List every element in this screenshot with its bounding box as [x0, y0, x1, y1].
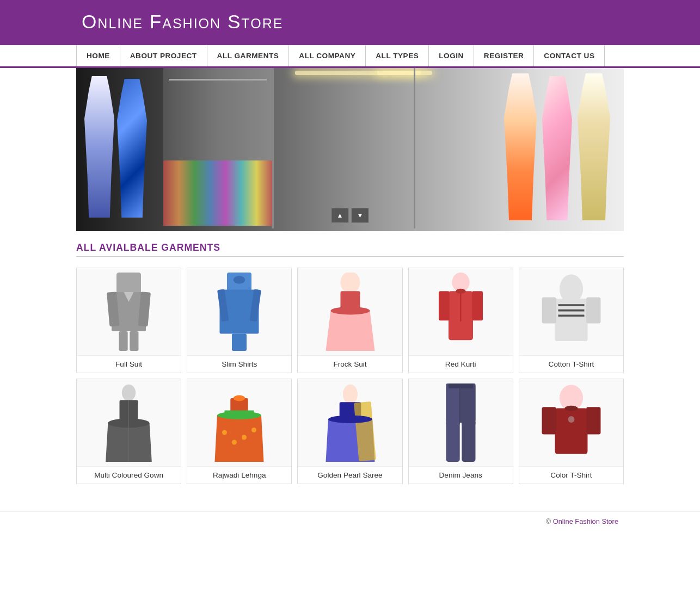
nav-item-login[interactable]: LOGIN: [429, 45, 474, 66]
product-name-denim-jeans: Denim Jeans: [409, 466, 513, 484]
svg-point-43: [251, 428, 256, 432]
svg-point-60: [564, 406, 578, 411]
svg-point-22: [456, 289, 465, 294]
site-header: Online Fashion Store: [0, 0, 700, 44]
svg-rect-54: [449, 383, 473, 388]
nav-item-garments[interactable]: ALL GARMENTS: [207, 45, 290, 66]
product-card-slim-shirts[interactable]: Slim Shirts: [187, 268, 292, 373]
product-image-color-tshirt: [519, 379, 623, 466]
product-card-frock-suit[interactable]: Frock Suit: [297, 268, 402, 373]
product-card-full-suit[interactable]: Full Suit: [76, 268, 181, 373]
svg-rect-25: [542, 298, 556, 324]
footer-link[interactable]: Online Fashion Store: [553, 517, 618, 525]
product-name-red-kurti: Red Kurti: [409, 355, 513, 373]
svg-rect-20: [472, 291, 483, 320]
svg-point-42: [242, 435, 247, 440]
svg-rect-58: [542, 407, 556, 434]
nav-item-register[interactable]: REGISTER: [474, 45, 535, 66]
svg-rect-51: [462, 383, 475, 425]
product-image-frock-suit: [298, 268, 402, 355]
site-footer: © Online Fashion Store: [0, 511, 700, 531]
nav-item-about[interactable]: ABOUT PROJECT: [120, 45, 207, 66]
svg-point-13: [340, 273, 360, 293]
site-title: Online Fashion Store: [82, 11, 700, 33]
product-card-denim-jeans[interactable]: Denim Jeans: [408, 379, 513, 484]
svg-rect-57: [555, 409, 587, 454]
product-card-multi-gown[interactable]: Multi Coloured Gown: [76, 379, 181, 484]
product-name-full-suit: Full Suit: [77, 355, 181, 373]
banner: ▲ ▼: [76, 68, 624, 231]
svg-point-48: [328, 416, 372, 423]
svg-point-16: [330, 307, 370, 314]
product-name-color-tshirt: Color T-Shirt: [519, 466, 623, 484]
product-name-slim-shirts: Slim Shirts: [187, 355, 291, 373]
svg-point-30: [122, 385, 136, 401]
products-grid: Full Suit Slim Shirts Frock Suit Red Kur…: [76, 268, 624, 484]
product-image-rajwadi-lehnga: [187, 379, 291, 466]
main-content: ALL AVIALBALE GARMENTS Full Suit Slim Sh…: [76, 231, 624, 500]
copyright: © Online Fashion Store: [546, 517, 618, 525]
product-image-slim-shirts: [187, 268, 291, 355]
svg-point-61: [568, 416, 574, 423]
svg-rect-38: [225, 411, 254, 417]
product-card-rajwadi-lehnga[interactable]: Rajwadi Lehnga: [187, 379, 292, 484]
svg-rect-0: [116, 273, 141, 295]
nav-item-contact[interactable]: CONTACT US: [534, 45, 605, 66]
svg-point-12: [234, 276, 245, 283]
svg-rect-52: [446, 420, 459, 462]
banner-up-btn[interactable]: ▲: [331, 208, 349, 223]
product-name-cotton-tshirt: Cotton T-Shirt: [519, 355, 623, 373]
product-card-color-tshirt[interactable]: Color T-Shirt: [519, 379, 624, 484]
product-card-red-kurti[interactable]: Red Kurti: [408, 268, 513, 373]
product-card-golden-saree[interactable]: Golden Pearl Saree: [297, 379, 402, 484]
banner-controls: ▲ ▼: [331, 208, 369, 223]
nav-item-types[interactable]: ALL TYPES: [366, 45, 429, 66]
svg-rect-19: [439, 291, 450, 320]
svg-point-40: [222, 430, 227, 435]
svg-rect-4: [119, 331, 128, 351]
section-divider: [76, 256, 624, 257]
svg-rect-26: [586, 298, 600, 324]
banner-scene: [76, 68, 624, 231]
product-image-full-suit: [77, 268, 181, 355]
product-name-rajwadi-lehnga: Rajwadi Lehnga: [187, 466, 291, 484]
product-image-red-kurti: [409, 268, 513, 355]
svg-marker-36: [215, 416, 264, 462]
svg-point-39: [234, 395, 245, 401]
banner-down-btn[interactable]: ▼: [352, 208, 369, 223]
svg-rect-50: [446, 383, 459, 425]
svg-marker-15: [326, 311, 374, 351]
svg-point-44: [342, 385, 357, 404]
product-name-multi-gown: Multi Coloured Gown: [77, 466, 181, 484]
product-image-multi-gown: [77, 379, 181, 466]
svg-rect-11: [232, 334, 247, 351]
svg-rect-53: [462, 420, 475, 462]
svg-rect-59: [586, 407, 600, 434]
main-nav: HOMEABOUT PROJECTALL GARMENTSALL COMPANY…: [0, 44, 700, 68]
product-image-golden-saree: [298, 379, 402, 466]
svg-point-41: [232, 440, 237, 445]
product-image-cotton-tshirt: [519, 268, 623, 355]
product-name-frock-suit: Frock Suit: [298, 355, 402, 373]
svg-rect-5: [130, 331, 138, 351]
product-card-cotton-tshirt[interactable]: Cotton T-Shirt: [519, 268, 624, 373]
nav-item-home[interactable]: HOME: [76, 45, 120, 66]
product-image-denim-jeans: [409, 379, 513, 466]
nav-item-company[interactable]: ALL COMPANY: [289, 45, 366, 66]
section-title: ALL AVIALBALE GARMENTS: [76, 242, 624, 253]
product-name-golden-saree: Golden Pearl Saree: [298, 466, 402, 484]
